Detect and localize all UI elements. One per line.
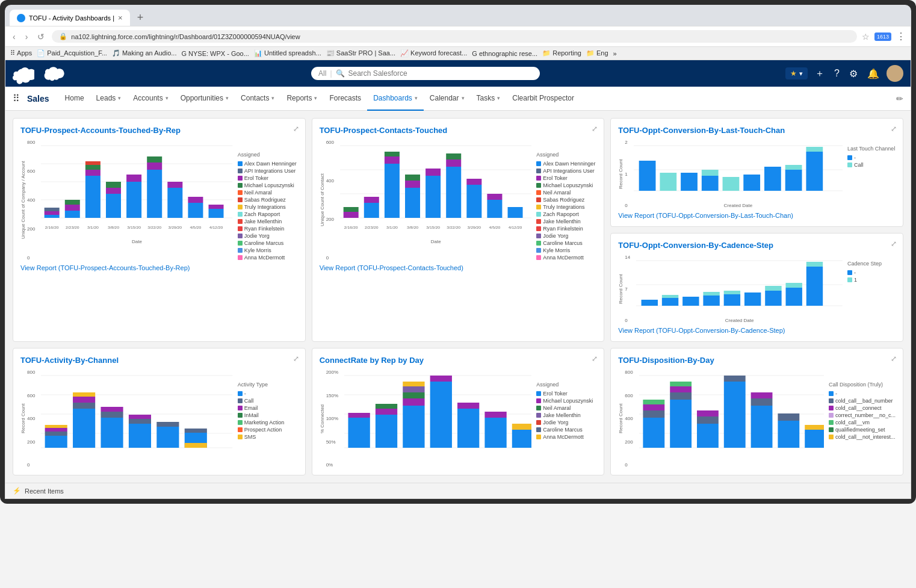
legend-item: Truly Integrations — [536, 204, 596, 210]
legend-item: Neil Amaral — [536, 190, 596, 196]
legend-item: correct_number__no_c... — [829, 412, 896, 418]
y-ticks-6: 200%150%100%50%0% — [326, 370, 339, 468]
svg-rect-122 — [129, 415, 151, 419]
new-tab-button[interactable]: + — [132, 11, 149, 24]
nav-clearbit[interactable]: Clearbit Prospector — [506, 87, 580, 111]
nav-tasks[interactable]: Tasks ▾ — [471, 87, 507, 111]
bookmark-icon[interactable]: ☆ — [862, 32, 870, 42]
svg-rect-150 — [512, 424, 531, 430]
legend-item: Call — [847, 162, 896, 168]
expand-icon-5[interactable]: ⤢ — [293, 354, 299, 363]
bookmark-4[interactable]: 📊 Untitled spreadsh... — [254, 49, 321, 57]
legend-item: Jake Mellenthin — [536, 412, 596, 418]
forward-button[interactable]: › — [23, 31, 31, 43]
svg-rect-45 — [364, 197, 379, 203]
recent-items-label[interactable]: Recent Items — [25, 487, 64, 495]
svg-text:2/23/20: 2/23/20 — [66, 225, 79, 229]
expand-icon-3[interactable]: ⤢ — [891, 125, 897, 133]
chart-content-1: Unique Count of Company / Account 800600… — [20, 140, 298, 261]
app-launcher[interactable]: ⠿ — [13, 93, 20, 104]
legend-item: Caroline Marcus — [536, 427, 596, 433]
legend-item: Anna McDermott — [536, 255, 596, 261]
user-avatar[interactable] — [887, 65, 903, 82]
nav-leads[interactable]: Leads ▾ — [90, 87, 128, 111]
active-browser-tab[interactable]: TOFU - Activity Dashboards | × — [10, 10, 130, 26]
svg-rect-98 — [765, 291, 781, 306]
svg-rect-22 — [147, 156, 162, 162]
search-all-label[interactable]: All — [318, 69, 326, 78]
svg-rect-94 — [704, 292, 720, 296]
svg-text:3/29/20: 3/29/20 — [467, 225, 481, 229]
bookmark-1[interactable]: 📄 Paid_Acquistion_F... — [37, 49, 107, 57]
salesforce-logo — [13, 63, 34, 84]
svg-rect-16 — [106, 188, 121, 194]
svg-rect-100 — [786, 288, 802, 306]
add-btn[interactable]: ＋ — [812, 65, 827, 82]
svg-text:4/5/20: 4/5/20 — [489, 225, 500, 229]
view-report-link-1[interactable]: View Report (TOFU-Prospect-Accounts-Touc… — [20, 264, 298, 271]
svg-rect-74 — [639, 161, 655, 191]
svg-rect-124 — [157, 422, 179, 427]
legend-item: Ryan Finkelstein — [238, 226, 298, 232]
app-name[interactable]: Sales — [27, 94, 49, 104]
nav-dashboards[interactable]: Dashboards ▾ — [367, 87, 424, 111]
bookmark-8[interactable]: 📁 Reporting — [542, 49, 581, 57]
view-report-link-3[interactable]: View Report (TOFU-Oppt-Conversion-By-Las… — [618, 212, 896, 219]
y-axis-label-1: Unique Count of Company / Account — [20, 140, 26, 261]
svg-rect-92 — [682, 297, 699, 306]
nav-accounts[interactable]: Accounts ▾ — [127, 87, 174, 111]
nav-opportunities[interactable]: Opportunities ▾ — [175, 87, 235, 111]
setup-btn[interactable]: ⚙ — [847, 66, 860, 82]
apps-bookmark[interactable]: ⠿ Apps — [10, 49, 32, 57]
nav-reports[interactable]: Reports ▾ — [280, 87, 323, 111]
expand-icon-7[interactable]: ⤢ — [891, 354, 897, 363]
legend-item: Zach Rapoport — [536, 211, 596, 217]
svg-rect-161 — [670, 392, 692, 400]
svg-rect-91 — [662, 295, 678, 298]
svg-rect-48 — [385, 152, 400, 156]
expand-icon-4[interactable]: ⤢ — [891, 240, 897, 248]
expand-icon-1[interactable]: ⤢ — [293, 125, 299, 133]
svg-rect-117 — [101, 418, 123, 448]
notification-btn[interactable]: 🔔 — [865, 66, 882, 82]
svg-text:2/16/20: 2/16/20 — [45, 225, 59, 229]
tab-favicon — [17, 14, 25, 22]
expand-icon-2[interactable]: ⤢ — [592, 125, 598, 133]
svg-rect-166 — [697, 410, 719, 416]
legend-item: Ryan Finkelstein — [536, 226, 596, 232]
y-axis-area-3: Record Count 210 — [618, 140, 628, 208]
more-menu-icon[interactable]: ⋮ — [896, 31, 906, 42]
nav-forecasts[interactable]: Forecasts — [323, 87, 367, 111]
bookmark-6[interactable]: 📈 Keyword forecast... — [400, 49, 467, 57]
bookmark-2[interactable]: 🎵 Making an Audio... — [112, 49, 177, 57]
help-btn[interactable]: ? — [832, 66, 842, 81]
expand-icon-6[interactable]: ⤢ — [592, 354, 598, 363]
tab-close-btn[interactable]: × — [118, 13, 123, 22]
svg-rect-109 — [45, 436, 67, 448]
favorites-btn[interactable]: ★ ▾ — [785, 67, 808, 79]
svg-rect-77 — [702, 176, 719, 191]
nav-calendar[interactable]: Calendar ▾ — [424, 87, 471, 111]
x-axis-label-1: Date — [41, 239, 232, 244]
search-bar[interactable]: All | 🔍 — [311, 67, 540, 80]
svg-rect-139 — [403, 398, 424, 406]
refresh-button[interactable]: ↺ — [35, 31, 47, 43]
back-button[interactable]: ‹ — [10, 31, 18, 43]
search-icon: 🔍 — [336, 69, 345, 78]
nav-home[interactable]: Home — [59, 87, 90, 111]
nav-contacts[interactable]: Contacts ▾ — [235, 87, 280, 111]
bookmark-7[interactable]: G ethnographic rese... — [472, 50, 537, 57]
bookmark-3[interactable]: G NYSE: WPX - Goo... — [181, 50, 249, 57]
search-input[interactable] — [348, 69, 533, 78]
svg-rect-138 — [403, 406, 424, 448]
view-report-link-2[interactable]: View Report (TOFU-Prospect-Contacts-Touc… — [320, 264, 597, 271]
bookmark-5[interactable]: 📰 SaaStr PRO | Saa... — [326, 49, 395, 57]
bookmarks-bar: ⠿ Apps 📄 Paid_Acquistion_F... 🎵 Making a… — [5, 47, 911, 60]
svg-rect-170 — [750, 398, 772, 406]
nav-edit-icon[interactable]: ✏ — [896, 94, 903, 104]
view-report-link-4[interactable]: View Report (TOFU-Oppt-Conversion-By-Cad… — [618, 327, 896, 334]
svg-rect-8 — [65, 211, 80, 218]
address-bar[interactable]: 🔒 na102.lightning.force.com/lightning/r/… — [52, 30, 857, 43]
bookmark-more[interactable]: » — [613, 50, 617, 57]
bookmark-9[interactable]: 📁 Eng — [586, 49, 608, 57]
